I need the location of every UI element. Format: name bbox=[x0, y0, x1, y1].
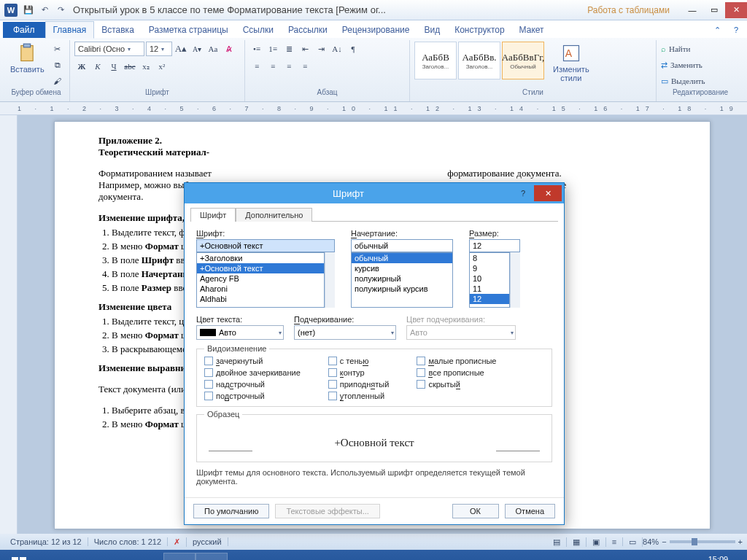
list-item[interactable]: Aldhabi bbox=[197, 294, 324, 304]
tab-design[interactable]: Конструктор bbox=[447, 22, 511, 38]
bullets-icon[interactable]: •≡ bbox=[249, 42, 264, 56]
list-item[interactable]: обычный bbox=[352, 253, 452, 263]
qa-save-icon[interactable]: 💾 bbox=[20, 2, 36, 18]
list-item[interactable]: +Заголовки bbox=[197, 253, 324, 263]
style-input[interactable] bbox=[351, 239, 453, 252]
scrollbar[interactable] bbox=[325, 252, 335, 308]
cb-subscript[interactable]: подстрочный bbox=[204, 392, 301, 400]
italic-icon[interactable]: К bbox=[90, 59, 105, 74]
list-item[interactable]: полужирный курсив bbox=[352, 284, 452, 294]
view-draft-icon[interactable]: ▭ bbox=[623, 537, 643, 547]
list-item[interactable]: 11 bbox=[470, 284, 509, 294]
cancel-button[interactable]: Отмена bbox=[505, 504, 555, 518]
shrink-font-icon[interactable]: A▾ bbox=[190, 42, 204, 56]
justify-icon[interactable]: ≡ bbox=[298, 59, 312, 74]
taskbar-word-icon[interactable]: W bbox=[196, 553, 228, 560]
list-item[interactable]: Aharoni bbox=[197, 284, 324, 294]
align-center-icon[interactable]: ≡ bbox=[266, 59, 280, 74]
cb-double-strike[interactable]: двойное зачеркивание bbox=[204, 368, 301, 377]
cb-emboss[interactable]: приподнятый bbox=[328, 380, 390, 389]
cut-icon[interactable]: ✂ bbox=[50, 42, 65, 56]
minimize-ribbon-icon[interactable]: ⌃ bbox=[709, 22, 725, 38]
multilevel-icon[interactable]: ≣ bbox=[282, 42, 296, 56]
tray-network-icon[interactable]: 🖧 bbox=[638, 553, 653, 560]
maximize-button[interactable]: ▭ bbox=[703, 2, 725, 18]
tray-clock[interactable]: 15:0911.12.2015 bbox=[698, 555, 738, 560]
taskbar-chrome-icon[interactable]: ◉ bbox=[67, 553, 99, 560]
taskbar-skype-icon[interactable]: S bbox=[163, 553, 196, 560]
underline-select[interactable]: (нет)▾ bbox=[294, 325, 396, 340]
tab-home[interactable]: Главная bbox=[45, 21, 95, 39]
tab-review[interactable]: Рецензирование bbox=[335, 22, 417, 38]
tray-icon[interactable]: ▾ bbox=[624, 553, 638, 560]
view-print-icon[interactable]: ▤ bbox=[547, 537, 567, 547]
ok-button[interactable]: ОК bbox=[452, 504, 499, 518]
tray-onenote-icon[interactable]: N bbox=[578, 553, 595, 560]
tab-view[interactable]: Вид bbox=[417, 22, 447, 38]
dialog-close-button[interactable]: ✕ bbox=[534, 185, 562, 201]
copy-icon[interactable]: ⧉ bbox=[50, 58, 65, 72]
status-words[interactable]: Число слов: 1 212 bbox=[88, 537, 168, 546]
tab-insert[interactable]: Вставка bbox=[94, 22, 142, 38]
sort-icon[interactable]: A↓ bbox=[330, 42, 344, 56]
cb-shadow[interactable]: с тенью bbox=[328, 357, 390, 365]
underline-icon[interactable]: Ч bbox=[107, 59, 121, 74]
dialog-tab-font[interactable]: Шрифт bbox=[190, 208, 236, 222]
tray-icon[interactable]: ⛨ bbox=[609, 553, 624, 560]
zoom-out-icon[interactable]: − bbox=[662, 537, 666, 546]
cb-engrave[interactable]: утопленный bbox=[328, 392, 390, 400]
qa-redo-icon[interactable]: ↷ bbox=[53, 2, 69, 18]
style-normal[interactable]: АаБбВвГг,Обычный bbox=[502, 42, 544, 79]
clear-format-icon[interactable]: A̷ bbox=[222, 42, 236, 56]
vertical-ruler[interactable] bbox=[0, 115, 18, 534]
change-case-icon[interactable]: Aa bbox=[206, 42, 220, 56]
status-language[interactable]: русский bbox=[187, 537, 228, 546]
view-web-icon[interactable]: ▣ bbox=[587, 537, 606, 547]
format-painter-icon[interactable]: 🖌 bbox=[50, 74, 65, 88]
style-listbox[interactable]: обычный курсив полужирный полужирный кур… bbox=[351, 252, 453, 308]
tray-icon[interactable]: ⚑ bbox=[595, 553, 609, 560]
list-item[interactable]: полужирный bbox=[352, 273, 452, 284]
list-item[interactable]: 10 bbox=[470, 273, 509, 284]
tab-references[interactable]: Ссылки bbox=[236, 22, 281, 38]
tray-lang[interactable]: РУС bbox=[667, 553, 692, 560]
font-input[interactable] bbox=[196, 239, 335, 252]
style-heading2[interactable]: АаБбВв.Заголов... bbox=[458, 42, 500, 79]
cb-hidden[interactable]: скрытый bbox=[417, 380, 496, 389]
tab-table-layout[interactable]: Макет bbox=[512, 22, 551, 38]
taskbar-acrobat-icon[interactable]: A bbox=[260, 553, 292, 560]
style-gallery[interactable]: АаБбВЗаголов... АаБбВв.Заголов... АаБбВв… bbox=[414, 42, 544, 79]
indent-dec-icon[interactable]: ⇤ bbox=[298, 42, 312, 56]
superscript-icon[interactable]: x² bbox=[155, 59, 169, 74]
select-button[interactable]: ▭Выделить bbox=[661, 74, 705, 88]
list-item[interactable]: Agency FB bbox=[197, 273, 324, 284]
cb-superscript[interactable]: надстрочный bbox=[204, 380, 301, 389]
list-item[interactable]: курсив bbox=[352, 263, 452, 273]
cb-allcaps[interactable]: все прописные bbox=[417, 368, 496, 377]
dialog-tab-advanced[interactable]: Дополнительно bbox=[236, 208, 312, 222]
list-item[interactable]: 9 bbox=[470, 263, 509, 273]
zoom-in-icon[interactable]: + bbox=[738, 537, 743, 546]
zoom-control[interactable]: 84% − + bbox=[643, 537, 743, 546]
list-item[interactable]: 8 bbox=[470, 253, 509, 263]
show-marks-icon[interactable]: ¶ bbox=[346, 42, 360, 56]
file-tab[interactable]: Файл bbox=[3, 22, 45, 38]
subscript-icon[interactable]: x₂ bbox=[139, 59, 153, 74]
taskbar-winrar-icon[interactable]: ▥ bbox=[228, 553, 260, 560]
cb-smallcaps[interactable]: малые прописные bbox=[417, 357, 496, 365]
font-size-combo[interactable]: 12▾ bbox=[146, 42, 172, 56]
replace-button[interactable]: ⇄Заменить bbox=[661, 58, 703, 72]
horizontal-ruler[interactable]: 1 · 1 · 2 · 3 · 4 · 5 · 6 · 7 · 8 · 9 · … bbox=[0, 102, 747, 115]
status-page[interactable]: Страница: 12 из 12 bbox=[4, 537, 88, 546]
dialog-help-icon[interactable]: ? bbox=[512, 189, 534, 198]
numbering-icon[interactable]: 1≡ bbox=[266, 42, 280, 56]
status-proof-icon[interactable]: ✗ bbox=[168, 537, 187, 547]
font-family-combo[interactable]: Calibri (Осно▾ bbox=[74, 42, 144, 56]
taskbar-ie-icon[interactable]: e bbox=[35, 553, 67, 560]
zoom-slider[interactable] bbox=[670, 540, 735, 543]
qa-undo-icon[interactable]: ↶ bbox=[36, 2, 53, 18]
indent-inc-icon[interactable]: ⇥ bbox=[314, 42, 328, 56]
start-button[interactable] bbox=[3, 553, 35, 560]
taskbar-explorer-icon[interactable]: 🗀 bbox=[99, 553, 131, 560]
default-button[interactable]: По умолчанию bbox=[193, 504, 269, 518]
